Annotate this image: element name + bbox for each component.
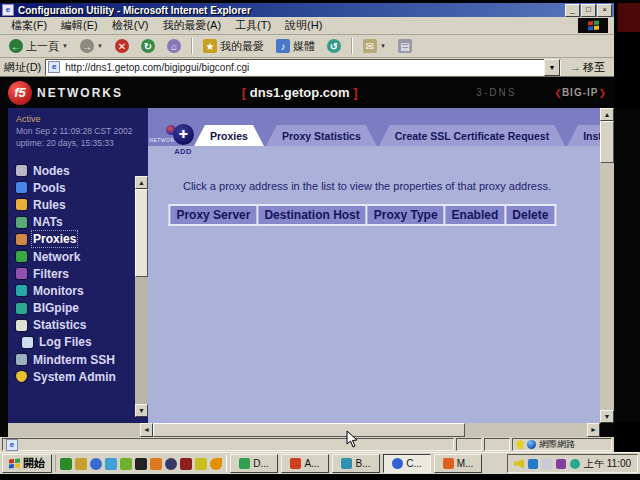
taskbar-window-4[interactable]: C... — [383, 454, 431, 473]
sidebar-scrollbar[interactable]: ▲ ▼ — [135, 176, 148, 417]
forward-button[interactable]: → ▼ — [75, 37, 108, 55]
sidebar-scrollbar-thumb[interactable] — [135, 189, 148, 277]
sidebar-item-label: NATs — [33, 215, 63, 229]
quick-launch-icon-9[interactable] — [180, 458, 192, 470]
vertical-scrollbar[interactable]: ▲ ▼ — [600, 108, 614, 423]
menu-help[interactable]: 說明(H) — [278, 17, 329, 34]
back-button[interactable]: ← 上一頁 ▼ — [4, 37, 73, 56]
menu-view[interactable]: 檢視(V) — [105, 17, 156, 34]
vertical-scrollbar-track[interactable] — [600, 163, 614, 410]
tab-proxy-statistics[interactable]: Proxy Statistics — [266, 125, 377, 146]
system-datetime: Mon Sep 2 11:09:28 CST 2002 — [16, 126, 148, 136]
go-button[interactable]: → 移至 — [565, 59, 610, 76]
close-button[interactable]: × — [597, 4, 612, 17]
internet-globe-icon — [527, 440, 536, 449]
menu-file[interactable]: 檔案(F) — [4, 17, 54, 34]
sidebar-item-monitors[interactable]: Monitors — [16, 282, 148, 299]
home-button[interactable]: ⌂ — [162, 37, 186, 55]
forward-dropdown-icon[interactable]: ▼ — [97, 43, 103, 49]
column-proxy-type[interactable]: Proxy Type — [367, 205, 445, 225]
sidebar-item-nodes[interactable]: Nodes — [16, 162, 148, 179]
toolbar: ← 上一頁 ▼ → ▼ ✕ ↻ ⌂ ★ 我的最愛 ♪ 媒體 ↺ ✉ ▼ ▤ — [0, 35, 614, 58]
column-delete[interactable]: Delete — [505, 205, 555, 225]
taskbar-window-3[interactable]: B... — [332, 454, 380, 473]
vertical-scrollbar-thumb[interactable] — [600, 121, 614, 163]
quick-launch-icon-10[interactable] — [195, 458, 207, 470]
horizontal-scrollbar-track[interactable] — [465, 423, 587, 437]
bigpipe-icon — [16, 303, 27, 314]
tab-proxies[interactable]: Proxies — [194, 125, 264, 146]
print-button[interactable]: ▤ — [393, 37, 417, 55]
menu-edit[interactable]: 編輯(E) — [54, 17, 105, 34]
quick-launch-icon-8[interactable] — [165, 458, 177, 470]
sidebar-item-proxies[interactable]: Proxies — [16, 231, 148, 248]
sidebar-item-label: Rules — [33, 198, 66, 212]
scroll-up-icon[interactable]: ▲ — [135, 176, 148, 189]
ie-brand-logo — [578, 18, 608, 33]
quick-launch-icon-1[interactable] — [60, 458, 72, 470]
menu-tools[interactable]: 工具(T) — [228, 17, 278, 34]
start-button[interactable]: 開始 — [2, 454, 52, 473]
quick-launch-icon-6[interactable] — [135, 458, 147, 470]
sidebar-item-rules[interactable]: Rules — [16, 196, 148, 213]
sidebar-item-mindterm-ssh[interactable]: Mindterm SSH — [16, 351, 148, 368]
sidebar-item-pools[interactable]: Pools — [16, 179, 148, 196]
quick-launch-icon-4[interactable] — [105, 458, 117, 470]
quick-launch-icon-3[interactable] — [90, 458, 102, 470]
history-button[interactable]: ↺ — [322, 37, 346, 55]
start-windows-flag-icon — [9, 458, 20, 468]
status-page-icon: e — [6, 439, 18, 451]
sidebar-item-bigpipe[interactable]: BIGpipe — [16, 300, 148, 317]
taskbar-window-5[interactable]: M... — [434, 454, 482, 473]
address-input-box[interactable]: e ▼ — [45, 59, 561, 76]
address-input[interactable] — [63, 60, 544, 75]
scroll-up-icon[interactable]: ▲ — [600, 108, 614, 121]
tab-create-ssl-certificate-request[interactable]: Create SSL Certificate Request — [379, 125, 565, 146]
back-dropdown-icon[interactable]: ▼ — [62, 43, 68, 49]
horizontal-scrollbar-thumb[interactable] — [153, 423, 465, 437]
sidebar-item-filters[interactable]: Filters — [16, 265, 148, 282]
sidebar-item-network[interactable]: Network — [16, 248, 148, 265]
column-destination-host[interactable]: Destination Host — [257, 205, 366, 225]
column-proxy-server[interactable]: Proxy Server — [169, 205, 257, 225]
scroll-left-icon[interactable]: ◄ — [140, 423, 153, 437]
sidebar-item-system-admin[interactable]: System Admin — [16, 368, 148, 385]
scroll-down-icon[interactable]: ▼ — [600, 410, 614, 423]
taskbar-window-1[interactable]: D... — [230, 454, 278, 473]
scroll-right-icon[interactable]: ► — [587, 423, 600, 437]
tab-install-ssl-certificate[interactable]: Install SSL Certif — [567, 125, 600, 146]
volume-icon[interactable] — [514, 459, 524, 469]
sidebar-item-log-files[interactable]: Log Files — [16, 334, 148, 351]
log-files-icon — [22, 337, 33, 348]
security-zone-pane: 網際網路 — [512, 438, 612, 451]
quick-launch-icon-5[interactable] — [120, 458, 132, 470]
favorites-button[interactable]: ★ 我的最愛 — [198, 37, 269, 56]
stop-button[interactable]: ✕ — [110, 37, 134, 55]
tray-icon-4[interactable] — [556, 459, 566, 469]
tray-icon-2[interactable] — [528, 459, 538, 469]
taskbar-window-2[interactable]: A... — [281, 454, 329, 473]
add-proxy-button[interactable]: ✚ ADD — [168, 124, 198, 156]
maximize-button[interactable]: □ — [581, 4, 596, 17]
scroll-down-icon[interactable]: ▼ — [135, 404, 148, 417]
sidebar-item-nats[interactable]: NATs — [16, 214, 148, 231]
brand-3dns: 3-DNS — [476, 87, 516, 98]
media-button[interactable]: ♪ 媒體 — [271, 37, 320, 56]
horizontal-scrollbar[interactable] — [153, 423, 587, 437]
sidebar-item-label: Pools — [33, 181, 66, 195]
menu-favorites[interactable]: 我的最愛(A) — [155, 17, 228, 34]
screen-artifact-red-box — [617, 3, 640, 32]
address-dropdown-icon[interactable]: ▼ — [544, 59, 560, 76]
sidebar-item-statistics[interactable]: Statistics — [16, 317, 148, 334]
minimize-button[interactable]: _ — [565, 4, 580, 17]
quick-launch-icon-11[interactable] — [210, 458, 222, 470]
mail-dropdown-icon[interactable]: ▼ — [380, 43, 386, 49]
column-enabled[interactable]: Enabled — [445, 205, 506, 225]
quick-launch-icon-2[interactable] — [75, 458, 87, 470]
quick-launch-icon-7[interactable] — [150, 458, 162, 470]
tray-icon-5[interactable] — [570, 459, 580, 469]
refresh-button[interactable]: ↻ — [136, 37, 160, 55]
tray-icon-3[interactable] — [542, 459, 552, 469]
system-uptime: uptime: 20 days, 15:35:33 — [16, 138, 148, 148]
mail-button[interactable]: ✉ ▼ — [358, 37, 391, 55]
